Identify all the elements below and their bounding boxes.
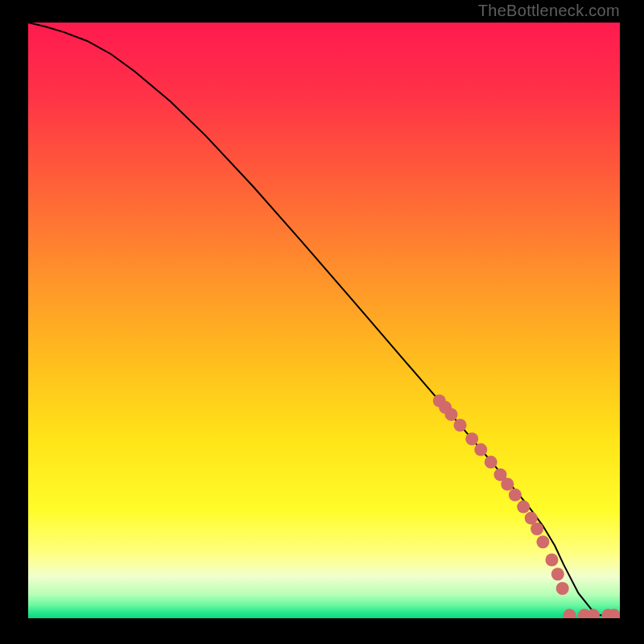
plot-area: [28, 23, 620, 618]
data-point: [501, 478, 514, 491]
attribution-text: TheBottleneck.com: [478, 2, 620, 20]
data-point: [556, 582, 569, 595]
bottleneck-plot: [28, 23, 620, 618]
data-point: [509, 489, 522, 502]
data-point: [530, 522, 543, 535]
data-point: [551, 568, 564, 580]
data-point: [465, 432, 478, 445]
data-point: [517, 501, 530, 514]
data-point: [485, 456, 497, 469]
data-point: [474, 444, 487, 456]
data-point: [545, 553, 558, 566]
data-point: [536, 535, 549, 548]
data-point: [454, 419, 467, 431]
chart-stage: TheBottleneck.com: [0, 0, 644, 644]
data-point: [445, 408, 458, 421]
